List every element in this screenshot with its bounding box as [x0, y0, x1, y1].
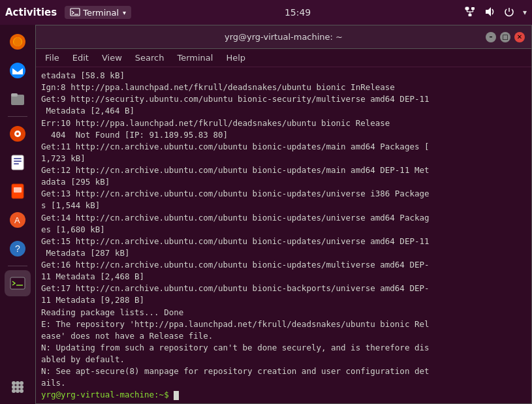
sidebar-divider-2	[8, 266, 27, 266]
menu-file[interactable]: File	[40, 52, 65, 64]
sidebar-icon-thunderbird[interactable]	[5, 57, 31, 84]
menu-edit[interactable]: Edit	[67, 52, 94, 64]
terminal-titlebar: yrg@yrg-virtual-machine: ~ – □ ✕	[36, 25, 531, 49]
terminal-taskbar-label: Terminal	[83, 8, 119, 18]
svg-rect-20	[14, 158, 22, 159]
svg-text:?: ?	[15, 243, 20, 254]
terminal-prompt: yrg@yrg-virtual-machine:~$	[41, 389, 526, 401]
window-controls: – □ ✕	[486, 32, 525, 42]
svg-point-18	[16, 132, 19, 135]
main-layout: A ? yrg@yrg	[0, 25, 532, 404]
terminal-line-1: etadata [58.8 kB] Ign:8 http://ppa.launc…	[41, 70, 526, 389]
svg-point-33	[20, 381, 23, 385]
terminal-taskbar-icon	[70, 7, 80, 18]
svg-text:A: A	[14, 215, 20, 225]
svg-rect-21	[14, 161, 22, 162]
network-icon[interactable]	[464, 6, 476, 20]
terminal-content[interactable]: etadata [58.8 kB] Ign:8 http://ppa.launc…	[36, 67, 531, 403]
volume-icon[interactable]	[484, 6, 495, 20]
svg-rect-4	[471, 7, 475, 10]
sidebar: A ?	[0, 25, 35, 404]
svg-rect-29	[10, 277, 25, 289]
sidebar-icon-libreoffice-impress[interactable]	[5, 178, 31, 204]
sidebar-icon-ubuntu-software[interactable]: A	[5, 207, 31, 233]
svg-rect-19	[12, 155, 23, 170]
power-icon[interactable]	[503, 6, 515, 20]
sidebar-icon-rhythmbox[interactable]	[5, 121, 31, 147]
sidebar-icon-terminal[interactable]	[5, 270, 31, 296]
menu-terminal[interactable]: Terminal	[172, 52, 218, 64]
prompt-text: yrg@yrg-virtual-machine:~$	[41, 390, 169, 399]
svg-rect-9	[468, 14, 471, 16]
terminal-title: yrg@yrg-virtual-machine: ~	[42, 32, 525, 42]
svg-point-34	[12, 385, 16, 389]
svg-point-37	[12, 389, 16, 393]
terminal-cursor	[174, 391, 179, 400]
sidebar-icon-libreoffice-writer[interactable]	[5, 149, 31, 176]
terminal-menubar: File Edit View Search Terminal Help	[36, 49, 531, 67]
topbar-right-icons: ▾	[464, 6, 527, 20]
menu-view[interactable]: View	[97, 52, 127, 64]
sidebar-icon-files[interactable]	[5, 86, 31, 112]
sidebar-icon-show-apps[interactable]	[5, 374, 31, 400]
svg-rect-22	[14, 163, 19, 164]
maximize-button[interactable]: □	[500, 32, 510, 42]
svg-point-39	[20, 389, 23, 393]
svg-point-36	[20, 385, 23, 389]
svg-point-31	[12, 381, 16, 385]
terminal-taskbar-chevron: ▾	[123, 9, 126, 16]
menu-search[interactable]: Search	[130, 52, 170, 64]
topbar-menu-icon[interactable]: ▾	[523, 8, 527, 17]
svg-point-35	[16, 385, 20, 389]
topbar-clock: 15:49	[131, 7, 464, 18]
sidebar-icon-firefox[interactable]	[5, 29, 31, 55]
terminal-taskbar-button[interactable]: Terminal ▾	[65, 6, 131, 19]
svg-rect-24	[14, 187, 22, 193]
svg-marker-10	[486, 7, 491, 16]
sidebar-icon-help[interactable]: ?	[5, 236, 31, 262]
topbar: Activities Terminal ▾ 15:49 ▾	[0, 0, 532, 25]
svg-rect-15	[11, 93, 18, 97]
svg-point-38	[16, 389, 20, 393]
activities-button[interactable]: Activities	[5, 7, 57, 18]
svg-point-32	[16, 381, 20, 385]
svg-point-13	[10, 63, 25, 78]
terminal-window: yrg@yrg-virtual-machine: ~ – □ ✕ File Ed…	[35, 25, 532, 404]
svg-rect-2	[465, 7, 469, 10]
menu-help[interactable]: Help	[221, 52, 251, 64]
close-button[interactable]: ✕	[514, 32, 525, 42]
minimize-button[interactable]: –	[486, 32, 496, 42]
sidebar-divider	[8, 116, 27, 117]
